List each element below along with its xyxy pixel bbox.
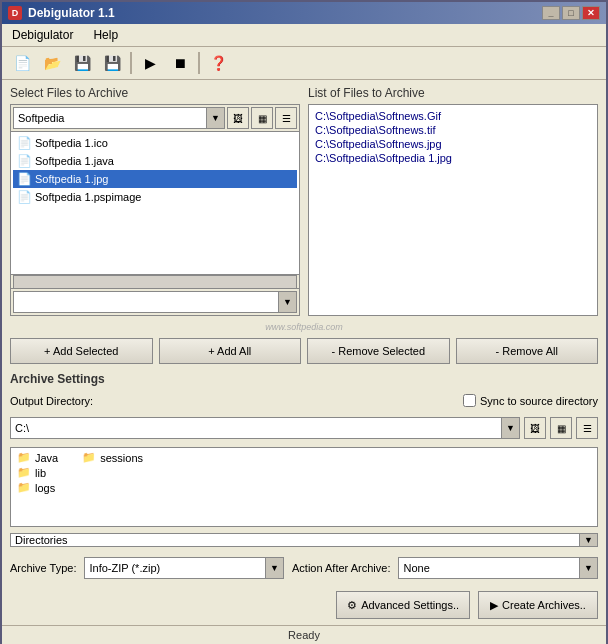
output-dir-dropdown[interactable]: C:\ ▼ — [10, 417, 520, 439]
list-file-item: C:\Softpedia\Softnews.jpg — [313, 137, 593, 151]
toolbar-save[interactable]: 💾 — [68, 50, 96, 76]
dir-item-logs[interactable]: 📁 logs — [13, 480, 595, 495]
browse-btn-2[interactable]: ▦ — [251, 107, 273, 129]
maximize-button[interactable]: □ — [562, 6, 580, 20]
directories-dropdown-bar: Directories ▼ — [10, 533, 598, 547]
dir-name-lib: lib — [35, 467, 46, 479]
close-button[interactable]: ✕ — [582, 6, 600, 20]
output-dir-arrow[interactable]: ▼ — [501, 418, 519, 438]
app-icon: D — [8, 6, 22, 20]
title-bar: D Debigulator 1.1 _ □ ✕ — [2, 2, 606, 24]
dir-item-lib[interactable]: 📁 lib — [13, 465, 595, 480]
menu-debigulator[interactable]: Debigulator — [6, 26, 79, 44]
add-selected-label: + Add Selected — [44, 345, 118, 357]
toolbar: 📄 📂 💾 💾 ▶ ⏹ ❓ — [2, 47, 606, 80]
archive-type-text: Info-ZIP (*.zip) — [85, 562, 265, 574]
file-list: 📄 Softpedia 1.ico 📄 Softpedia 1.java 📄 S… — [11, 132, 299, 274]
toolbar-help[interactable]: ❓ — [204, 50, 232, 76]
dir-browse-btn-3[interactable]: ☰ — [576, 417, 598, 439]
filter-arrow[interactable]: ▼ — [278, 292, 296, 312]
action-after-label: Action After Archive: — [292, 562, 390, 574]
filter-dropdown[interactable]: ▼ — [13, 291, 297, 313]
directories-filter-text: Directories — [11, 534, 579, 546]
folder-dropdown-text: Softpedia — [14, 112, 206, 124]
dir-item-java[interactable]: 📁 Java — [13, 450, 62, 465]
add-selected-button[interactable]: + Add Selected — [10, 338, 153, 364]
file-name-1: Softpedia 1.ico — [35, 137, 108, 149]
dir-icon-logs: 📁 — [17, 481, 31, 494]
action-after-text: None — [399, 562, 579, 574]
create-archives-button[interactable]: ▶ Create Archives.. — [478, 591, 598, 619]
adv-icon: ⚙ — [347, 599, 357, 612]
browse-btn-1[interactable]: 🖼 — [227, 107, 249, 129]
output-dir-label: Output Directory: — [10, 395, 93, 407]
list-files[interactable]: C:\Softpedia\Softnews.Gif C:\Softpedia\S… — [308, 104, 598, 316]
output-dir-row: Output Directory: Sync to source directo… — [10, 394, 598, 407]
remove-all-label: - Remove All — [496, 345, 558, 357]
hscrollbar[interactable] — [13, 275, 297, 289]
toolbar-run[interactable]: ▶ — [136, 50, 164, 76]
window-title: Debigulator 1.1 — [28, 6, 115, 20]
archive-type-row: Archive Type: Info-ZIP (*.zip) ▼ Action … — [10, 557, 598, 579]
advanced-settings-label: Advanced Settings.. — [361, 599, 459, 611]
file-browser: Softpedia ▼ 🖼 ▦ ☰ 📄 Softpedia 1.ico — [10, 104, 300, 316]
hscrollbar-area — [11, 274, 299, 288]
dir-item-sessions[interactable]: 📁 sessions — [78, 450, 147, 465]
remove-selected-button[interactable]: - Remove Selected — [307, 338, 450, 364]
file-item-selected[interactable]: 📄 Softpedia 1.jpg — [13, 170, 297, 188]
left-panel-label: Select Files to Archive — [10, 86, 300, 100]
left-panel: Select Files to Archive Softpedia ▼ 🖼 ▦ … — [10, 86, 300, 316]
toolbar-open[interactable]: 📂 — [38, 50, 66, 76]
archive-type-arrow[interactable]: ▼ — [265, 558, 283, 578]
sync-checkbox[interactable] — [463, 394, 476, 407]
file-name-4: Softpedia 1.pspimage — [35, 191, 141, 203]
title-bar-left: D Debigulator 1.1 — [8, 6, 115, 20]
dir-icon-sessions: 📁 — [82, 451, 96, 464]
file-icon-4: 📄 — [17, 190, 31, 204]
menu-help[interactable]: Help — [87, 26, 124, 44]
output-dir-container: C:\ ▼ 🖼 ▦ ☰ — [10, 417, 598, 439]
toolbar-separator-2 — [198, 52, 200, 74]
browser-toolbar: Softpedia ▼ 🖼 ▦ ☰ — [11, 105, 299, 132]
folder-dropdown-arrow[interactable]: ▼ — [206, 108, 224, 128]
menu-bar: Debigulator Help — [2, 24, 606, 47]
toolbar-stop[interactable]: ⏹ — [166, 50, 194, 76]
dir-browse-btn-2[interactable]: ▦ — [550, 417, 572, 439]
archive-type-dropdown[interactable]: Info-ZIP (*.zip) ▼ — [84, 557, 284, 579]
action-after-arrow[interactable]: ▼ — [579, 558, 597, 578]
dir-name-logs: logs — [35, 482, 55, 494]
status-text: Ready — [288, 629, 320, 641]
advanced-settings-button[interactable]: ⚙ Advanced Settings.. — [336, 591, 470, 619]
list-file-item: C:\Softpedia\Softnews.Gif — [313, 109, 593, 123]
dir-browser[interactable]: 📁 Java 📁 sessions 📁 lib 📁 logs — [10, 447, 598, 527]
dir-icon-lib: 📁 — [17, 466, 31, 479]
watermark: www.softpedia.com — [10, 322, 598, 332]
file-name-3: Softpedia 1.jpg — [35, 173, 108, 185]
file-name-2: Softpedia 1.java — [35, 155, 114, 167]
right-panel-label: List of Files to Archive — [308, 86, 598, 100]
sync-label-text: Sync to source directory — [480, 395, 598, 407]
output-dir-text: C:\ — [11, 422, 501, 434]
main-content: Select Files to Archive Softpedia ▼ 🖼 ▦ … — [2, 80, 606, 625]
add-all-button[interactable]: + Add All — [159, 338, 302, 364]
file-item[interactable]: 📄 Softpedia 1.java — [13, 152, 297, 170]
top-panels: Select Files to Archive Softpedia ▼ 🖼 ▦ … — [10, 86, 598, 316]
action-buttons: + Add Selected + Add All - Remove Select… — [10, 338, 598, 364]
browse-btn-3[interactable]: ☰ — [275, 107, 297, 129]
minimize-button[interactable]: _ — [542, 6, 560, 20]
file-item[interactable]: 📄 Softpedia 1.ico — [13, 134, 297, 152]
toolbar-separator-1 — [130, 52, 132, 74]
create-icon: ▶ — [490, 599, 498, 612]
toolbar-save-as[interactable]: 💾 — [98, 50, 126, 76]
dir-browse-btn-1[interactable]: 🖼 — [524, 417, 546, 439]
file-item[interactable]: 📄 Softpedia 1.pspimage — [13, 188, 297, 206]
remove-selected-label: - Remove Selected — [331, 345, 425, 357]
sync-checkbox-label[interactable]: Sync to source directory — [463, 394, 598, 407]
action-after-dropdown[interactable]: None ▼ — [398, 557, 598, 579]
folder-dropdown[interactable]: Softpedia ▼ — [13, 107, 225, 129]
remove-all-button[interactable]: - Remove All — [456, 338, 599, 364]
directories-dropdown-arrow[interactable]: ▼ — [579, 534, 597, 546]
list-file-item: C:\Softpedia\Softnews.tif — [313, 123, 593, 137]
status-bar: Ready — [2, 625, 606, 644]
toolbar-new[interactable]: 📄 — [8, 50, 36, 76]
